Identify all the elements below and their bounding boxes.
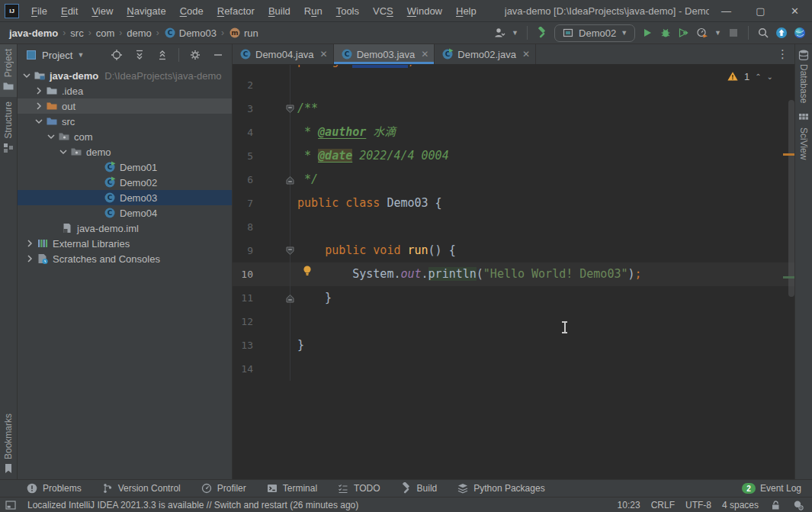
fold-marker-icon[interactable] bbox=[286, 246, 294, 256]
status-widget-utf-8[interactable]: UTF-8 bbox=[685, 500, 711, 510]
code-line-7[interactable]: 7public class Demo03 { bbox=[233, 192, 794, 215]
code-line-9[interactable]: 9 public void run() { bbox=[233, 239, 794, 262]
plugin-orb-icon[interactable] bbox=[794, 27, 806, 39]
status-widget-10-23[interactable]: 10:23 bbox=[618, 500, 640, 510]
code-line-3[interactable]: 3/** bbox=[233, 97, 794, 121]
toolwindow-version-control[interactable]: Version Control bbox=[101, 482, 181, 494]
run-button-icon[interactable] bbox=[641, 27, 653, 39]
tab-options-icon[interactable]: ⋮ bbox=[771, 44, 794, 64]
line-number[interactable]: 14 bbox=[233, 357, 253, 381]
toolwindow-python-packages[interactable]: Python Packages bbox=[457, 482, 544, 494]
menu-edit[interactable]: Edit bbox=[54, 5, 85, 17]
menu-help[interactable]: Help bbox=[449, 5, 483, 17]
tree-item-src[interactable]: src bbox=[18, 114, 232, 129]
status-message[interactable]: Localized IntelliJ IDEA 2021.3.3 is avai… bbox=[27, 500, 358, 510]
code-line-2[interactable]: 2 bbox=[233, 73, 794, 97]
line-number[interactable]: 12 bbox=[233, 310, 253, 333]
breadcrumb-item-demo03[interactable]: CDemo03 bbox=[164, 27, 217, 39]
menu-window[interactable]: Window bbox=[400, 5, 449, 17]
stripe-button-database[interactable]: Database bbox=[795, 44, 812, 108]
code-line-8[interactable]: 8 bbox=[233, 215, 794, 239]
chevron-down-icon[interactable]: ▼ bbox=[77, 51, 84, 59]
toolwindow-build[interactable]: Build bbox=[400, 482, 438, 494]
line-number[interactable]: 9 bbox=[233, 239, 253, 262]
tree-item-com[interactable]: com bbox=[18, 129, 232, 144]
tab-demo02-java[interactable]: CDemo02.java✕ bbox=[435, 44, 536, 64]
breadcrumb-item-demo[interactable]: demo bbox=[127, 27, 152, 39]
project-panel-title[interactable]: Project bbox=[42, 50, 72, 61]
scrollbar-warning-marker[interactable] bbox=[783, 153, 794, 156]
code-line-6[interactable]: 6 */ bbox=[233, 168, 794, 192]
breadcrumb-item-run[interactable]: mrun bbox=[229, 27, 258, 39]
lock-icon[interactable] bbox=[769, 499, 782, 511]
close-button[interactable]: ✕ bbox=[778, 0, 812, 21]
minimize-button[interactable]: — bbox=[709, 0, 743, 21]
line-number[interactable]: 4 bbox=[233, 121, 253, 144]
tree-item-demo04[interactable]: CDemo04 bbox=[18, 205, 232, 221]
intention-bulb-icon[interactable] bbox=[302, 265, 313, 276]
inspections-settings-icon[interactable] bbox=[792, 499, 804, 511]
line-number[interactable]: 7 bbox=[233, 192, 253, 215]
run-with-coverage-icon[interactable] bbox=[678, 27, 690, 39]
line-number[interactable]: 3 bbox=[233, 97, 253, 121]
code-line-1[interactable]: 1package com.demo; bbox=[233, 65, 794, 73]
toolwindow-problems[interactable]: Problems bbox=[26, 482, 82, 494]
tree-item-demo02[interactable]: CDemo02 bbox=[18, 175, 232, 190]
tool-window-switcher-icon[interactable] bbox=[5, 499, 17, 511]
close-tab-icon[interactable]: ✕ bbox=[320, 49, 328, 60]
profiler-icon[interactable] bbox=[696, 27, 708, 39]
code-line-12[interactable]: 12 bbox=[233, 310, 794, 333]
toolwindow-event-log[interactable]: 2Event Log bbox=[742, 483, 801, 494]
fold-marker-icon[interactable] bbox=[286, 175, 294, 185]
chevron-down-icon[interactable] bbox=[21, 69, 33, 82]
menu-build[interactable]: Build bbox=[262, 5, 297, 17]
debug-button-icon[interactable] bbox=[660, 27, 672, 39]
tab-demo03-java[interactable]: CDemo03.java✕ bbox=[334, 44, 435, 64]
settings-gear-icon[interactable] bbox=[186, 49, 204, 61]
expand-all-icon[interactable] bbox=[130, 49, 149, 61]
scrollbar-usage-marker[interactable] bbox=[783, 276, 794, 279]
next-warning-icon[interactable]: ⌄ bbox=[767, 72, 773, 81]
menu-file[interactable]: File bbox=[24, 5, 54, 17]
toolwindow-todo[interactable]: TODO bbox=[337, 482, 380, 494]
code-line-10[interactable]: 10 System.out.println("Hello World! Demo… bbox=[233, 262, 794, 286]
code-line-5[interactable]: 5 * @date 2022/4/4 0004 bbox=[233, 144, 794, 168]
line-number[interactable]: 2 bbox=[233, 73, 253, 97]
menu-vcs[interactable]: VCS bbox=[366, 5, 400, 17]
chevron-down-icon[interactable] bbox=[45, 130, 57, 143]
breadcrumb-item-com[interactable]: com bbox=[96, 27, 115, 39]
breadcrumb-item-src[interactable]: src bbox=[70, 27, 83, 39]
tree-item-java-demo-iml[interactable]: java-demo.iml bbox=[18, 221, 232, 236]
menu-refactor[interactable]: Refactor bbox=[210, 5, 262, 17]
tree-item-external-libraries[interactable]: External Libraries bbox=[18, 236, 232, 251]
chevron-right-icon[interactable] bbox=[24, 253, 36, 265]
toolwindow-terminal[interactable]: Terminal bbox=[266, 482, 317, 494]
line-number[interactable]: 13 bbox=[233, 333, 253, 357]
stripe-button-bookmarks[interactable]: Bookmarks bbox=[0, 409, 17, 479]
chevron-down-icon[interactable] bbox=[57, 146, 69, 158]
line-number[interactable]: 6 bbox=[233, 168, 253, 192]
tree-item-java-demo[interactable]: java-demoD:\IdeaProjects\java-demo bbox=[18, 68, 232, 83]
tree-item-scratches-and-consoles[interactable]: Scratches and Consoles bbox=[18, 251, 232, 266]
menu-tools[interactable]: Tools bbox=[329, 5, 366, 17]
menu-navigate[interactable]: Navigate bbox=[120, 5, 172, 17]
code-line-4[interactable]: 4 * @author 水滴 bbox=[233, 121, 794, 144]
run-configuration-select[interactable]: Demo02▼ bbox=[554, 24, 635, 42]
line-number[interactable]: 5 bbox=[233, 144, 253, 168]
code-line-14[interactable]: 14 bbox=[233, 357, 794, 381]
breadcrumb-item-java-demo[interactable]: java-demo bbox=[9, 27, 58, 39]
tree-item-demo[interactable]: demo bbox=[18, 144, 232, 159]
tab-demo04-java[interactable]: CDemo04.java✕ bbox=[233, 44, 334, 64]
line-number[interactable]: 11 bbox=[233, 286, 253, 310]
status-widget-crlf[interactable]: CRLF bbox=[651, 500, 675, 510]
stripe-button-structure[interactable]: Structure bbox=[0, 97, 17, 159]
menu-run[interactable]: Run bbox=[297, 5, 329, 17]
inspection-widget[interactable]: 1 ⌃ ⌄ bbox=[727, 70, 773, 82]
tree-item-demo03[interactable]: CDemo03 bbox=[18, 190, 232, 205]
ide-update-icon[interactable] bbox=[775, 27, 788, 39]
line-number[interactable]: 8 bbox=[233, 215, 253, 239]
editor-scrollbar[interactable] bbox=[788, 100, 794, 297]
line-number[interactable]: 10 bbox=[233, 262, 253, 286]
menu-code[interactable]: Code bbox=[173, 5, 210, 17]
stop-button-icon[interactable] bbox=[727, 27, 740, 39]
